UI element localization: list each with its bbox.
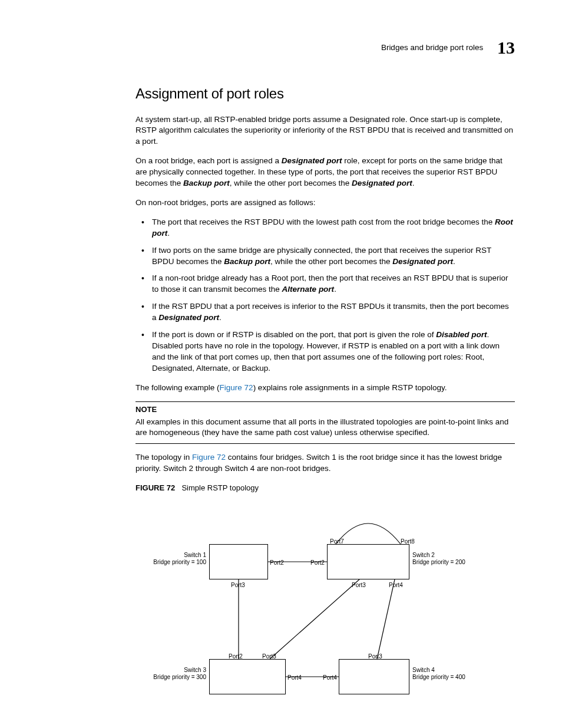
note-divider-bottom <box>135 443 515 444</box>
port-label: Port7 <box>330 538 344 546</box>
port-label: Port2 <box>229 653 243 661</box>
text: . <box>167 229 170 238</box>
figure-caption: Simple RSTP topology <box>181 483 259 492</box>
role-designated-port: Designated port <box>352 179 412 187</box>
paragraph-nonroot-intro: On non-root bridges, ports are assigned … <box>135 197 515 209</box>
switch-2-label: Switch 2 Bridge priority = 200 <box>412 552 465 566</box>
text: Bridge priority = 300 <box>153 674 206 680</box>
text: . <box>412 179 415 187</box>
list-item: If the RST BPDU that a port receives is … <box>135 301 515 324</box>
role-disabled-port: Disabled port <box>436 330 487 339</box>
text: Bridge priority = 100 <box>153 559 206 565</box>
diagram-switch-3 <box>209 659 286 694</box>
port-label: Port3 <box>262 653 276 661</box>
text: Switch 2 <box>412 552 435 558</box>
role-designated-port: Designated port <box>282 156 342 165</box>
figure-heading: FIGURE 72 Simple RSTP topology <box>135 483 515 494</box>
note-divider-top <box>135 401 515 402</box>
header-section-title: Bridges and bridge port roles <box>381 43 483 52</box>
text: The following example ( <box>135 383 220 392</box>
paragraph-root-bridge: On a root bridge, each port is assigned … <box>135 156 515 189</box>
text: Bridge priority = 200 <box>412 559 465 565</box>
paragraph-intro: At system start-up, all RSTP-enabled bri… <box>135 114 515 148</box>
svg-line-3 <box>377 579 395 659</box>
text: . <box>453 257 455 266</box>
port-label: Port3 <box>368 653 382 661</box>
port-label: Port3 <box>352 581 366 589</box>
port-label: Port2 <box>270 559 284 567</box>
diagram-switch-1 <box>209 544 268 579</box>
port-label: Port4 <box>323 674 337 682</box>
diagram-switch-2 <box>327 544 409 579</box>
role-backup-port: Backup port <box>183 179 230 187</box>
text: . <box>334 285 336 294</box>
text: Bridge priority = 400 <box>412 674 465 680</box>
text: , while the other port becomes the <box>230 179 352 187</box>
page-header: Bridges and bridge port roles 13 <box>135 35 515 60</box>
paragraph-example-ref: The following example (Figure 72) explai… <box>135 383 515 394</box>
switch-1-label: Switch 1 Bridge priority = 100 <box>147 552 206 566</box>
text: Switch 1 <box>184 552 206 558</box>
text: Switch 3 <box>184 667 206 673</box>
list-item: The port that receives the RST BPDU with… <box>135 217 515 239</box>
bullet-list: The port that receives the RST BPDU with… <box>135 217 515 374</box>
text: On a root bridge, each port is assigned … <box>135 156 282 165</box>
text: . <box>219 313 222 322</box>
port-label: Port4 <box>389 581 403 589</box>
paragraph-topology: The topology in Figure 72 contains four … <box>135 452 515 475</box>
text: If the port is down or if RSTP is disabl… <box>152 330 436 339</box>
role-backup-port: Backup port <box>224 257 270 266</box>
figure-link[interactable]: Figure 72 <box>220 383 253 392</box>
note-label: NOTE <box>135 404 515 415</box>
document-page: Bridges and bridge port roles 13 Assignm… <box>0 0 562 728</box>
note-text: All examples in this document assume tha… <box>135 417 515 439</box>
role-designated-port: Designated port <box>392 257 453 266</box>
text: The port that receives the RST BPDU with… <box>152 218 495 226</box>
figure-link[interactable]: Figure 72 <box>192 453 226 462</box>
port-label: Port8 <box>401 538 415 546</box>
chapter-number: 13 <box>497 35 515 60</box>
role-designated-port: Designated port <box>158 313 219 322</box>
list-item: If two ports on the same bridge are phys… <box>135 245 515 268</box>
topology-diagram: Switch 1 Bridge priority = 100 Switch 2 … <box>153 506 483 700</box>
switch-4-label: Switch 4 Bridge priority = 400 <box>412 667 465 681</box>
text: , while the other port becomes the <box>270 257 392 266</box>
switch-3-label: Switch 3 Bridge priority = 300 <box>147 667 206 681</box>
section-title: Assignment of port roles <box>135 84 515 104</box>
port-label: Port2 <box>310 559 325 567</box>
role-alternate-port: Alternate port <box>282 285 335 294</box>
text: ) explains role assignments in a simple … <box>253 383 447 392</box>
port-label: Port3 <box>231 581 245 589</box>
figure-label: FIGURE 72 <box>135 483 175 492</box>
text: The topology in <box>135 453 192 462</box>
svg-line-2 <box>270 579 359 659</box>
port-label: Port4 <box>287 674 302 682</box>
list-item: If a non-root bridge already has a Root … <box>135 273 515 295</box>
diagram-switch-4 <box>339 659 409 694</box>
text: Switch 4 <box>412 667 435 673</box>
list-item: If the port is down or if RSTP is disabl… <box>135 330 515 374</box>
